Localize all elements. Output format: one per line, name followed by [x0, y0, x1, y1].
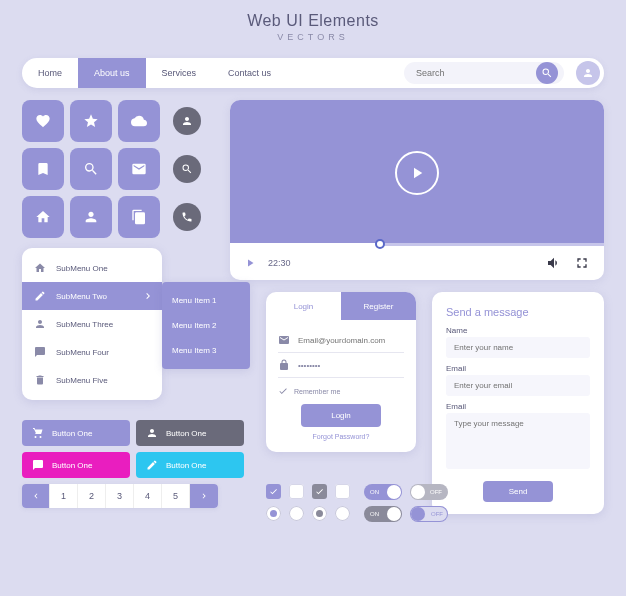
user-icon [146, 427, 158, 439]
flyout-item-1[interactable]: Menu Item 1 [162, 288, 250, 313]
mail-icon-button[interactable] [118, 148, 160, 190]
search-button[interactable] [536, 62, 558, 84]
submenu-item-3[interactable]: SubMenu Three [22, 310, 162, 338]
toggle-off-gray[interactable]: OFF [410, 484, 448, 500]
play-small-icon[interactable] [244, 257, 256, 269]
submenu-item-5[interactable]: SubMenu Five [22, 366, 162, 394]
user-icon-button[interactable] [70, 196, 112, 238]
toggle-off-purple[interactable]: OFF [410, 506, 448, 522]
pager-5[interactable]: 5 [162, 484, 190, 508]
radio-gray-on[interactable] [312, 506, 327, 521]
bookmark-icon-button[interactable] [22, 148, 64, 190]
pager-prev[interactable] [22, 484, 50, 508]
submenu-item-1[interactable]: SubMenu One [22, 254, 162, 282]
progress-knob[interactable] [375, 239, 385, 249]
checkbox-checked-purple[interactable] [266, 484, 281, 499]
toggle-label: ON [370, 511, 379, 517]
button-group: Button One Button One Button One Button … [22, 420, 244, 478]
video-progress[interactable] [230, 243, 604, 246]
email-field[interactable] [298, 336, 404, 345]
heart-icon-button[interactable] [22, 100, 64, 142]
forgot-password-link[interactable]: Forgot Password? [278, 433, 404, 440]
pagination: 1 2 3 4 5 [22, 484, 218, 508]
send-button[interactable]: Send [483, 481, 553, 502]
fullscreen-icon[interactable] [574, 255, 590, 271]
home-icon [34, 262, 46, 274]
email-input[interactable] [446, 375, 590, 396]
submenu-label: SubMenu Three [56, 320, 113, 329]
home-icon-button[interactable] [22, 196, 64, 238]
page-title: Web UI Elements [0, 12, 626, 30]
search-icon [181, 163, 193, 175]
button-label: Button One [166, 461, 206, 470]
video-screen[interactable] [230, 100, 604, 246]
checkbox-checked-gray[interactable] [312, 484, 327, 499]
phone-icon [181, 211, 193, 223]
search-field[interactable] [404, 62, 564, 84]
submenu-label: SubMenu Five [56, 376, 108, 385]
submenu-item-4[interactable]: SubMenu Four [22, 338, 162, 366]
nav-about[interactable]: About us [78, 58, 146, 88]
button-one-gray[interactable]: Button One [136, 420, 244, 446]
checkbox-unchecked-2[interactable] [335, 484, 350, 499]
volume-icon[interactable] [546, 255, 562, 271]
button-label: Button One [166, 429, 206, 438]
phone-round-button[interactable] [173, 203, 201, 231]
search-input[interactable] [416, 68, 536, 78]
pager-1[interactable]: 1 [50, 484, 78, 508]
nav-services[interactable]: Services [146, 58, 213, 88]
button-one-cyan[interactable]: Button One [136, 452, 244, 478]
home-icon [35, 209, 51, 225]
flyout-item-3[interactable]: Menu Item 3 [162, 338, 250, 363]
name-input[interactable] [446, 337, 590, 358]
pager-4[interactable]: 4 [134, 484, 162, 508]
copy-icon-button[interactable] [118, 196, 160, 238]
flyout-item-2[interactable]: Menu Item 2 [162, 313, 250, 338]
mail-icon [131, 161, 147, 177]
play-icon [408, 164, 426, 182]
user-icon [83, 209, 99, 225]
toggle-on-gray[interactable]: ON [364, 506, 402, 522]
chevron-right-icon [142, 290, 154, 302]
check-icon[interactable] [278, 386, 288, 396]
pager-3[interactable]: 3 [106, 484, 134, 508]
radio-off-2[interactable] [335, 506, 350, 521]
navbar: Home About us Services Contact us [22, 58, 604, 88]
cloud-icon [131, 113, 147, 129]
tab-login[interactable]: Login [266, 292, 341, 320]
tab-register[interactable]: Register [341, 292, 416, 320]
search-round-button[interactable] [173, 155, 201, 183]
user-icon [181, 115, 193, 127]
submenu-item-2[interactable]: SubMenu Two [22, 282, 162, 310]
play-button[interactable] [395, 151, 439, 195]
checkbox-unchecked[interactable] [289, 484, 304, 499]
contact-heading: Send a message [446, 306, 590, 318]
check-icon [315, 487, 324, 496]
lock-icon [278, 359, 290, 371]
search-icon-button[interactable] [70, 148, 112, 190]
avatar-button[interactable] [576, 61, 600, 85]
star-icon-button[interactable] [70, 100, 112, 142]
user-round-button[interactable] [173, 107, 201, 135]
search-icon [83, 161, 99, 177]
radio-purple-on[interactable] [266, 506, 281, 521]
radio-off-1[interactable] [289, 506, 304, 521]
login-button[interactable]: Login [301, 404, 381, 427]
cloud-icon-button[interactable] [118, 100, 160, 142]
contact-card: Send a message Name Email Email Send [432, 292, 604, 514]
star-icon [83, 113, 99, 129]
message-input[interactable] [446, 413, 590, 469]
pager-next[interactable] [190, 484, 218, 508]
heart-icon [35, 113, 51, 129]
button-one-pink[interactable]: Button One [22, 452, 130, 478]
button-one-purple[interactable]: Button One [22, 420, 130, 446]
pager-2[interactable]: 2 [78, 484, 106, 508]
trash-icon [34, 374, 46, 386]
password-field[interactable] [298, 361, 404, 370]
toggle-row-2: ON OFF [364, 506, 448, 522]
nav-home[interactable]: Home [22, 58, 78, 88]
toggle-on-purple[interactable]: ON [364, 484, 402, 500]
user-icon [34, 318, 46, 330]
button-label: Button One [52, 461, 92, 470]
nav-contact[interactable]: Contact us [212, 58, 287, 88]
